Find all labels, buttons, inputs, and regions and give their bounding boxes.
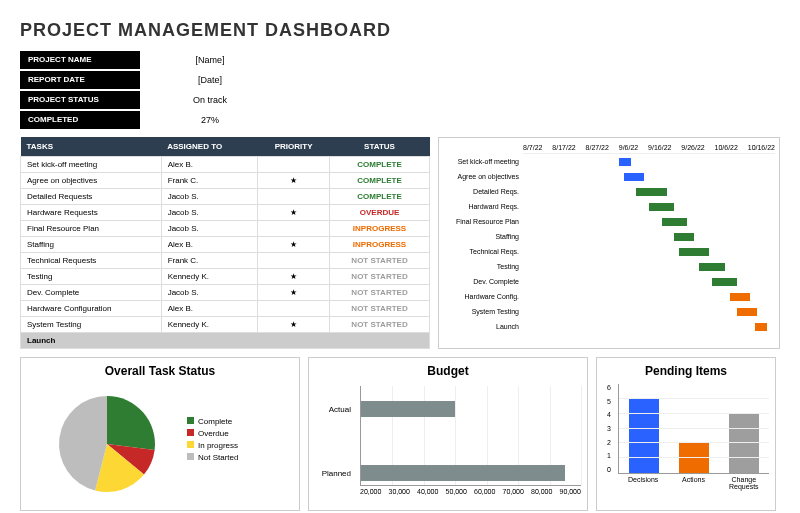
status-cell: INPROGRESS xyxy=(330,237,430,253)
task-cell: System Testing xyxy=(21,317,162,333)
gantt-date: 8/17/22 xyxy=(552,144,575,151)
gantt-bar xyxy=(636,188,666,196)
table-row: Testing Kennedy K. ★ NOT STARTED xyxy=(21,269,430,285)
status-cell: COMPLETE xyxy=(330,173,430,189)
pending-bar xyxy=(679,443,709,473)
status-cell: NOT STARTED xyxy=(330,269,430,285)
priority-cell xyxy=(258,221,330,237)
priority-cell: ★ xyxy=(258,269,330,285)
gantt-task-label: Testing xyxy=(443,263,523,270)
assigned-cell: Jacob S. xyxy=(161,189,258,205)
task-cell: Hardware Requests xyxy=(21,205,162,221)
table-row: Dev. Complete Jacob S. ★ NOT STARTED xyxy=(21,285,430,301)
header-block: PROJECT NAME [Name] REPORT DATE [Date] P… xyxy=(20,51,780,129)
task-cell: Dev. Complete xyxy=(21,285,162,301)
pending-ytick: 0 xyxy=(607,466,611,473)
assigned-cell: Jacob S. xyxy=(161,221,258,237)
pending-xlabel: Decisions xyxy=(618,476,668,490)
budget-tick: 30,000 xyxy=(389,488,410,495)
launch-row: Launch xyxy=(21,333,430,349)
gantt-row: Launch xyxy=(443,319,775,334)
priority-cell xyxy=(258,189,330,205)
gantt-task-label: Detailed Reqs. xyxy=(443,188,523,195)
gantt-bar xyxy=(699,263,724,271)
gantt-task-label: Hardward Reqs. xyxy=(443,203,523,210)
priority-cell xyxy=(258,301,330,317)
pending-bar xyxy=(629,399,659,473)
project-name-value: [Name] xyxy=(140,51,280,69)
report-date-value: [Date] xyxy=(140,71,280,89)
gantt-task-label: Technical Reqs. xyxy=(443,248,523,255)
gantt-row: Testing xyxy=(443,259,775,274)
gantt-row: Dev. Complete xyxy=(443,274,775,289)
table-row: Agree on objectives Frank C. ★ COMPLETE xyxy=(21,173,430,189)
project-status-value: On track xyxy=(140,91,280,109)
status-cell: NOT STARTED xyxy=(330,317,430,333)
task-cell: Hardware Configuration xyxy=(21,301,162,317)
gantt-date: 10/6/22 xyxy=(715,144,738,151)
status-cell: COMPLETE xyxy=(330,189,430,205)
completed-label: COMPLETED xyxy=(20,111,140,129)
pending-ytick: 3 xyxy=(607,425,611,432)
assigned-cell: Kennedy K. xyxy=(161,317,258,333)
project-status-label: PROJECT STATUS xyxy=(20,91,140,109)
status-cell: NOT STARTED xyxy=(330,285,430,301)
pending-ytick: 2 xyxy=(607,439,611,446)
gantt-row: Technical Reqs. xyxy=(443,244,775,259)
budget-tick: 90,000 xyxy=(560,488,581,495)
pending-xlabel: Actions xyxy=(669,476,719,490)
gantt-date: 9/16/22 xyxy=(648,144,671,151)
gantt-row: Agree on objectives xyxy=(443,169,775,184)
gantt-bar xyxy=(624,173,644,181)
gantt-bar xyxy=(712,278,737,286)
assigned-cell: Frank C. xyxy=(161,173,258,189)
gantt-task-label: Hardware Config. xyxy=(443,293,523,300)
priority-cell xyxy=(258,157,330,173)
status-cell: NOT STARTED xyxy=(330,253,430,269)
task-cell: Testing xyxy=(21,269,162,285)
th-tasks: TASKS xyxy=(21,137,162,157)
assigned-cell: Alex B. xyxy=(161,301,258,317)
gantt-task-label: Set kick-off meeting xyxy=(443,158,523,165)
gantt-row: System Testing xyxy=(443,304,775,319)
gantt-task-label: Staffing xyxy=(443,233,523,240)
task-cell: Set kick-off meeting xyxy=(21,157,162,173)
pie-slice xyxy=(107,396,155,450)
gantt-row: Detailed Reqs. xyxy=(443,184,775,199)
gantt-bar xyxy=(679,248,709,256)
assigned-cell: Alex B. xyxy=(161,237,258,253)
priority-cell: ★ xyxy=(258,205,330,221)
gantt-task-label: Dev. Complete xyxy=(443,278,523,285)
gantt-bar xyxy=(619,158,632,166)
budget-bar xyxy=(361,401,455,417)
priority-cell: ★ xyxy=(258,237,330,253)
gantt-task-label: System Testing xyxy=(443,308,523,315)
status-cell: COMPLETE xyxy=(330,157,430,173)
assigned-cell: Kennedy K. xyxy=(161,269,258,285)
legend-item: Not Started xyxy=(187,453,238,462)
overall-task-status-chart: Overall Task Status CompleteOverdueIn pr… xyxy=(20,357,300,511)
assigned-cell: Jacob S. xyxy=(161,205,258,221)
gantt-bar xyxy=(674,233,694,241)
table-row: System Testing Kennedy K. ★ NOT STARTED xyxy=(21,317,430,333)
pending-ytick: 4 xyxy=(607,411,611,418)
budget-tick: 20,000 xyxy=(360,488,381,495)
task-cell: Detailed Requests xyxy=(21,189,162,205)
pending-ytick: 1 xyxy=(607,452,611,459)
priority-cell: ★ xyxy=(258,317,330,333)
task-cell: Final Resource Plan xyxy=(21,221,162,237)
budget-tick: 60,000 xyxy=(474,488,495,495)
completed-value: 27% xyxy=(140,111,280,129)
gantt-row: Hardware Config. xyxy=(443,289,775,304)
pending-xlabel: Change Requests xyxy=(719,476,769,490)
report-date-label: REPORT DATE xyxy=(20,71,140,89)
gantt-date: 10/16/22 xyxy=(748,144,775,151)
budget-tick: 70,000 xyxy=(503,488,524,495)
gantt-row: Staffing xyxy=(443,229,775,244)
page-title: PROJECT MANAGEMENT DASHBOARD xyxy=(20,20,780,41)
table-row: Detailed Requests Jacob S. COMPLETE xyxy=(21,189,430,205)
gantt-row: Set kick-off meeting xyxy=(443,154,775,169)
gantt-date: 9/6/22 xyxy=(619,144,638,151)
th-status: STATUS xyxy=(330,137,430,157)
pending-ytick: 6 xyxy=(607,384,611,391)
